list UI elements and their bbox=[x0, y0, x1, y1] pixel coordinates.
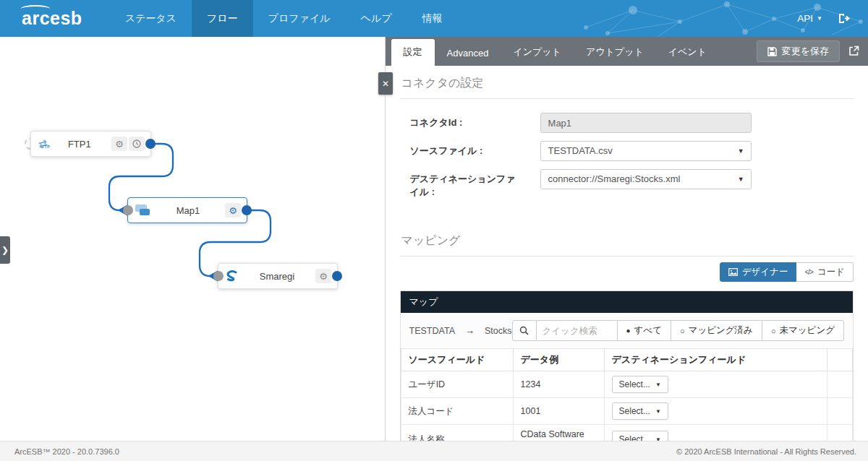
output-port[interactable] bbox=[242, 205, 252, 215]
nav-item-help[interactable]: ヘルプ bbox=[346, 0, 407, 37]
node-schedule-clock-icon[interactable] bbox=[129, 137, 145, 151]
table-row: 法人コード 1001 Select... ▼ bbox=[401, 398, 852, 425]
connector-settings-form: コネクタId : ソースファイル : TESTDATA.csv ▼ bbox=[400, 99, 854, 199]
table-header-row: ソースフィールド データ例 デスティネーションフィールド bbox=[401, 349, 852, 371]
col-data-sample: データ例 bbox=[513, 349, 604, 371]
code-view-button[interactable]: </> コード bbox=[796, 262, 854, 282]
api-dropdown[interactable]: API ▼ bbox=[797, 13, 822, 24]
filter-unmapped-button[interactable]: ○ 未マッピング bbox=[762, 320, 844, 341]
destination-select-button[interactable]: Select... ▼ bbox=[612, 376, 668, 393]
designer-code-toggle: デザイナー </> コード bbox=[400, 262, 854, 282]
form-row-destination-file: デスティネーションファイル : connector://Smaregi:Stoc… bbox=[410, 169, 854, 199]
search-button[interactable] bbox=[512, 320, 537, 341]
designer-label: デザイナー bbox=[742, 266, 788, 278]
tab-input[interactable]: インプット bbox=[501, 39, 574, 66]
connector-panel: 設定 Advanced インプット アウトプット イベント 変更を保存 bbox=[386, 37, 868, 441]
select-label: Select... bbox=[619, 406, 650, 416]
save-changes-button[interactable]: 変更を保存 bbox=[757, 40, 840, 62]
map-destination-name: Stocks bbox=[485, 326, 512, 336]
output-port[interactable] bbox=[145, 139, 156, 149]
node-ftp1[interactable]: ⇄FTP FTP1 ⚙ bbox=[30, 131, 151, 157]
chevron-down-icon: ▼ bbox=[738, 176, 744, 183]
source-field-cell: ユーザID bbox=[401, 371, 513, 398]
radio-unselected-icon: ○ bbox=[680, 327, 685, 335]
connector-id-label: コネクタId : bbox=[410, 113, 524, 133]
tab-output[interactable]: アウトプット bbox=[574, 39, 656, 66]
tab-advanced[interactable]: Advanced bbox=[435, 41, 501, 66]
map-source-name: TESTDATA bbox=[409, 326, 455, 336]
row-actions-cell bbox=[827, 371, 853, 398]
radio-unselected-icon: ○ bbox=[771, 327, 776, 335]
connection-wires bbox=[0, 37, 393, 441]
save-label: 変更を保存 bbox=[782, 45, 829, 58]
image-icon bbox=[728, 268, 738, 276]
map-card: マップ TESTDATA → Stocks bbox=[400, 290, 854, 441]
node-label: FTP1 bbox=[48, 139, 111, 150]
filter-all-button[interactable]: ● すべて bbox=[617, 320, 671, 341]
search-icon bbox=[519, 326, 529, 335]
data-sample-cell: CData Software Japan bbox=[513, 425, 604, 441]
tab-events[interactable]: イベント bbox=[656, 39, 719, 66]
row-actions-cell bbox=[827, 425, 853, 441]
nav-item-flows[interactable]: フロー bbox=[192, 0, 253, 37]
destination-file-select[interactable]: connector://Smaregi:Stocks.xml ▼ bbox=[540, 169, 752, 189]
source-file-select[interactable]: TESTDATA.csv ▼ bbox=[540, 141, 752, 161]
row-actions-cell bbox=[827, 398, 853, 425]
sidebar-expander[interactable]: ❯ bbox=[0, 236, 10, 264]
top-navbar: arcesb ステータス フロー プロファイル ヘルプ 情報 API ▼ bbox=[0, 0, 868, 37]
node-settings-gear-icon[interactable]: ⚙ bbox=[315, 269, 331, 283]
floppy-save-icon bbox=[767, 47, 777, 56]
footer-version: ArcESB™ 2020 - 20.0.7396.0 bbox=[14, 447, 119, 456]
col-source-field: ソースフィールド bbox=[401, 349, 513, 371]
logout-button[interactable] bbox=[838, 13, 851, 24]
status-footer: ArcESB™ 2020 - 20.0.7396.0 © 2020 ArcESB… bbox=[0, 441, 868, 461]
chevron-down-icon: ▼ bbox=[655, 382, 661, 388]
node-label: Map1 bbox=[151, 205, 225, 216]
main-nav: ステータス フロー プロファイル ヘルプ 情報 bbox=[110, 0, 458, 37]
quick-search-input[interactable] bbox=[537, 320, 618, 341]
destination-file-label: デスティネーションファイル : bbox=[410, 169, 524, 199]
input-port[interactable] bbox=[123, 205, 133, 215]
source-field-cell: 法人名称 bbox=[401, 425, 513, 441]
form-row-source-file: ソースファイル : TESTDATA.csv ▼ bbox=[410, 141, 854, 161]
mapping-table: ソースフィールド データ例 デスティネーションフィールド ユーザID 1234 … bbox=[401, 349, 853, 441]
destination-select-button[interactable]: Select... ▼ bbox=[612, 402, 668, 420]
panel-tabbar: 設定 Advanced インプット アウトプット イベント 変更を保存 bbox=[386, 37, 868, 66]
destination-file-value: connector://Smaregi:Stocks.xml bbox=[548, 173, 681, 184]
node-smaregi[interactable]: Smaregi ⚙ bbox=[218, 263, 338, 289]
flow-canvas[interactable]: ⇄FTP FTP1 ⚙ Map1 ⚙ Smaregi bbox=[0, 37, 386, 441]
panel-close-button[interactable]: ✕ bbox=[378, 72, 393, 95]
nav-item-info[interactable]: 情報 bbox=[407, 0, 458, 37]
data-sample-cell: 1234 bbox=[513, 371, 604, 398]
node-settings-gear-icon[interactable]: ⚙ bbox=[111, 137, 127, 151]
footer-copyright: © 2020 ArcESB International - All Rights… bbox=[676, 447, 856, 456]
col-destination-field: デスティネーションフィールド bbox=[604, 349, 827, 371]
filter-unmapped-label: 未マッピング bbox=[780, 324, 835, 337]
main-area: ⇄FTP FTP1 ⚙ Map1 ⚙ Smaregi bbox=[0, 37, 868, 441]
node-settings-gear-icon[interactable]: ⚙ bbox=[225, 203, 241, 217]
logout-icon bbox=[838, 13, 851, 24]
nav-item-profiles[interactable]: プロファイル bbox=[253, 0, 346, 37]
filter-mapped-label: マッピング済み bbox=[689, 324, 753, 337]
node-label: Smaregi bbox=[239, 271, 315, 282]
table-row: ユーザID 1234 Select... ▼ bbox=[401, 371, 852, 398]
app-logo[interactable]: arcesb bbox=[0, 0, 110, 37]
source-field-cell: 法人コード bbox=[401, 398, 513, 425]
open-in-new-window-button[interactable] bbox=[848, 46, 859, 58]
nav-item-status[interactable]: ステータス bbox=[110, 0, 192, 37]
smaregi-connector-icon bbox=[226, 270, 239, 282]
node-map1[interactable]: Map1 ⚙ bbox=[127, 197, 247, 223]
output-port[interactable] bbox=[332, 271, 342, 281]
map-card-title: マップ bbox=[401, 291, 853, 313]
filter-mapped-button[interactable]: ○ マッピング済み bbox=[671, 320, 762, 341]
select-label: Select... bbox=[619, 379, 650, 389]
map-connector-icon bbox=[135, 204, 151, 216]
input-port[interactable] bbox=[213, 271, 224, 281]
data-sample-cell: 1001 bbox=[513, 398, 604, 425]
api-label: API bbox=[797, 13, 813, 24]
chevron-down-icon: ▼ bbox=[655, 436, 661, 441]
destination-select-button[interactable]: Select... ▼ bbox=[612, 431, 668, 441]
designer-view-button[interactable]: デザイナー bbox=[720, 262, 797, 282]
chevron-down-icon: ▼ bbox=[738, 147, 744, 155]
tab-settings[interactable]: 設定 bbox=[391, 39, 435, 66]
